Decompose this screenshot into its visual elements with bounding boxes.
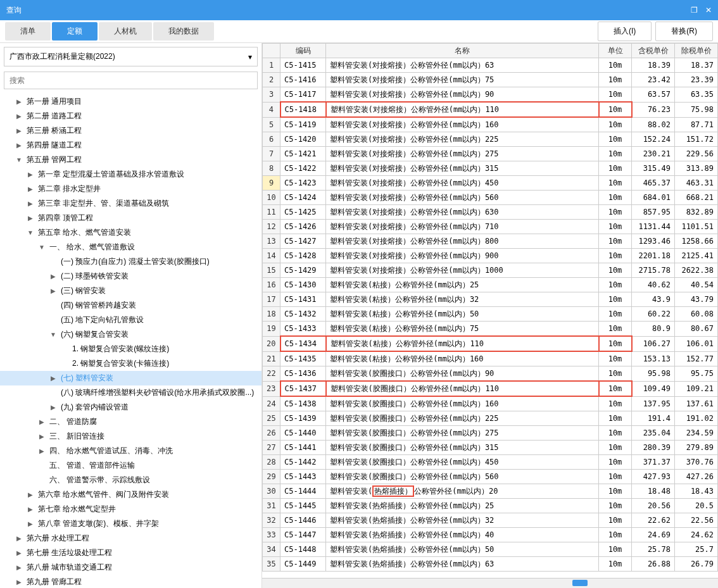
collapse-icon[interactable]: ▼ (38, 244, 46, 251)
tree-item[interactable]: ▶第三章 非定型井、管、渠道基础及砌筑 (0, 196, 261, 211)
expand-icon[interactable]: ▶ (38, 418, 46, 426)
table-row[interactable]: 13C5-1427塑料管安装(对接熔接）公称管外径(mm以内）80010m129… (263, 234, 718, 249)
search-box[interactable] (4, 72, 258, 89)
tree-item[interactable]: ▼一、 给水、燃气管道敷设 (0, 240, 261, 254)
collapse-icon[interactable]: ▼ (27, 229, 34, 237)
expand-icon[interactable]: ▶ (15, 142, 23, 149)
table-row[interactable]: 25C5-1439塑料管安装(胶圈接口）公称管外径(mm以内）22510m191… (263, 411, 718, 426)
table-row[interactable]: 19C5-1433塑料管安装(粘接）公称管外径(mm以内）7510m80.980… (263, 322, 718, 337)
tab-2[interactable]: 人材机 (99, 22, 152, 41)
tree-item[interactable]: ▶第六章 给水燃气管件、阀门及附件安装 (0, 487, 261, 502)
collapse-icon[interactable]: ▼ (49, 331, 57, 339)
tree-item[interactable]: ▼(六) 钢塑复合管安装 (0, 327, 261, 342)
collapse-icon[interactable]: ▼ (15, 156, 23, 164)
expand-icon[interactable]: ▶ (49, 404, 57, 411)
table-row[interactable]: 1C5-1415塑料管安装(对接熔接）公称管外径(mm以内）6310m18.39… (263, 58, 718, 73)
table-row[interactable]: 8C5-1422塑料管安装(对接熔接）公称管外径(mm以内）31510m315.… (263, 161, 718, 176)
expand-icon[interactable]: ▶ (38, 433, 46, 441)
table-row[interactable]: 30C5-1444塑料管安装(热熔插接）公称管外径(mm以内）2010m18.4… (263, 484, 718, 499)
tree-item[interactable]: ▶第四章 顶管工程 (0, 211, 261, 225)
table-row[interactable]: 33C5-1447塑料管安装(热熔插接）公称管外径(mm以内）4010m24.6… (263, 528, 718, 542)
tree-item[interactable]: ▶第六册 水处理工程 (0, 531, 261, 546)
expand-icon[interactable]: ▶ (49, 273, 57, 280)
expand-icon[interactable]: ▶ (38, 447, 46, 455)
table-row[interactable]: 22C5-1436塑料管安装(胶圈接口）公称管外径(mm以内）9010m95.9… (263, 366, 718, 382)
tree-item[interactable]: ▶第九册 管廊工程 (0, 575, 261, 588)
table-row[interactable]: 23C5-1437塑料管安装(胶圈接口）公称管外径(mm以内）11010m109… (263, 381, 718, 396)
table-row[interactable]: 5C5-1419塑料管安装(对接熔接）公称管外径(mm以内）16010m88.0… (263, 117, 718, 132)
table-row[interactable]: 2C5-1416塑料管安装(对接熔接）公称管外径(mm以内）7510m23.42… (263, 73, 718, 87)
table-row[interactable]: 3C5-1417塑料管安装(对接熔接）公称管外径(mm以内）9010m63.57… (263, 87, 718, 103)
catalog-dropdown[interactable]: 广西市政工程消耗量定额(2022) ▾ (4, 47, 258, 66)
table-row[interactable]: 31C5-1445塑料管安装(热熔插接）公称管外径(mm以内）2510m20.5… (263, 499, 718, 513)
table-row[interactable]: 4C5-1418塑料管安装(对接熔接）公称管外径(mm以内）11010m76.2… (263, 102, 718, 117)
tree-item[interactable]: ▶第七章 给水燃气定型井 (0, 502, 261, 516)
expand-icon[interactable]: ▶ (27, 506, 34, 513)
expand-icon[interactable]: ▶ (27, 215, 34, 222)
table-row[interactable]: 15C5-1429塑料管安装(对接熔接）公称管外径(mm以内）100010m27… (263, 263, 718, 278)
tab-3[interactable]: 我的数据 (153, 22, 214, 41)
expand-icon[interactable]: ▶ (27, 185, 34, 193)
tree-item[interactable]: ▶第八册 城市轨道交通工程 (0, 560, 261, 575)
expand-icon[interactable]: ▶ (27, 171, 34, 178)
insert-button[interactable]: 插入(I) (598, 22, 652, 41)
scroll-thumb[interactable] (572, 580, 588, 586)
h-scrollbar[interactable] (262, 578, 718, 588)
tree-item[interactable]: 五、 管道、管道部件运输 (0, 458, 261, 473)
table-row[interactable]: 10C5-1424塑料管安装(对接熔接）公称管外径(mm以内）56010m684… (263, 191, 718, 205)
tree-item[interactable]: (八) 玻璃纤维增强塑料夹砂管铺设(给水用承插式双胶圈...) (0, 385, 261, 400)
expand-icon[interactable]: ▶ (15, 113, 23, 120)
table-row[interactable]: 35C5-1449塑料管安装(热熔插接）公称管外径(mm以内）6310m26.8… (263, 557, 718, 572)
table-row[interactable]: 34C5-1448塑料管安装(热熔插接）公称管外径(mm以内）5010m25.7… (263, 542, 718, 557)
expand-icon[interactable]: ▶ (49, 375, 57, 382)
expand-icon[interactable]: ▶ (15, 549, 23, 557)
table-row[interactable]: 16C5-1430塑料管安装(粘接）公称管外径(mm以内）2510m40.624… (263, 278, 718, 292)
expand-icon[interactable]: ▶ (15, 564, 23, 572)
expand-icon[interactable]: ▶ (27, 491, 34, 499)
tree-item[interactable]: ▶(九) 套管内铺设管道 (0, 400, 261, 415)
tree-item[interactable]: ▶第一册 通用项目 (0, 94, 261, 109)
tree-item[interactable]: ▼第五章 给水、燃气管道安装 (0, 225, 261, 240)
table-row[interactable]: 14C5-1428塑料管安装(对接熔接）公称管外径(mm以内）90010m220… (263, 249, 718, 263)
table-row[interactable]: 12C5-1426塑料管安装(对接熔接）公称管外径(mm以内）71010m113… (263, 220, 718, 234)
tree-item[interactable]: ▶第八章 管道支墩(架)、模板、井字架 (0, 516, 261, 531)
expand-icon[interactable]: ▶ (15, 579, 23, 586)
restore-icon[interactable]: ❐ (691, 6, 698, 15)
tree-item[interactable]: ▶第二册 道路工程 (0, 109, 261, 123)
tab-0[interactable]: 清单 (5, 22, 51, 41)
tree-item[interactable]: ▶第三册 桥涵工程 (0, 123, 261, 138)
table-row[interactable]: 17C5-1431塑料管安装(粘接）公称管外径(mm以内）3210m43.943… (263, 292, 718, 307)
tree-item[interactable]: ▶(二) 球墨铸铁管安装 (0, 269, 261, 284)
table-row[interactable]: 6C5-1420塑料管安装(对接熔接）公称管外径(mm以内）22510m152.… (263, 132, 718, 147)
tree-item[interactable]: ▶第七册 生活垃圾处理工程 (0, 546, 261, 560)
tree-item[interactable]: ▶三、 新旧管连接 (0, 429, 261, 444)
tree-item[interactable]: ▶(三) 钢管安装 (0, 284, 261, 298)
expand-icon[interactable]: ▶ (15, 98, 23, 106)
tree-item[interactable]: ▶四、 给水燃气管道试压、消毒、冲洗 (0, 444, 261, 458)
expand-icon[interactable]: ▶ (27, 520, 34, 528)
table-row[interactable]: 20C5-1434塑料管安装(粘接）公称管外径(mm以内）11010m106.2… (263, 336, 718, 351)
col-header[interactable]: 单位 (599, 44, 632, 58)
tree-item[interactable]: (五) 地下定向钻孔管敷设 (0, 313, 261, 327)
expand-icon[interactable]: ▶ (49, 287, 57, 295)
tree-item[interactable]: ▼第五册 管网工程 (0, 153, 261, 167)
replace-button[interactable]: 替换(R) (655, 22, 713, 41)
grid[interactable]: 编码名称单位含税单价除税单价 1C5-1415塑料管安装(对接熔接）公称管外径(… (262, 43, 718, 578)
expand-icon[interactable]: ▶ (27, 200, 34, 208)
close-icon[interactable]: ✕ (705, 6, 712, 15)
table-row[interactable]: 32C5-1446塑料管安装(热熔插接）公称管外径(mm以内）3210m22.6… (263, 513, 718, 528)
table-row[interactable]: 27C5-1441塑料管安装(胶圈接口）公称管外径(mm以内）31510m280… (263, 441, 718, 455)
col-header[interactable]: 含税单价 (632, 44, 675, 58)
table-row[interactable]: 9C5-1423塑料管安装(对接熔接）公称管外径(mm以内）45010m465.… (263, 176, 718, 191)
col-header[interactable]: 编码 (280, 44, 326, 58)
table-row[interactable]: 7C5-1421塑料管安装(对接熔接）公称管外径(mm以内）27510m230.… (263, 147, 718, 161)
table-row[interactable]: 24C5-1438塑料管安装(胶圈接口）公称管外径(mm以内）16010m137… (263, 396, 718, 411)
col-header[interactable]: 名称 (326, 44, 599, 58)
table-row[interactable]: 28C5-1442塑料管安装(胶圈接口）公称管外径(mm以内）45010m371… (263, 455, 718, 470)
tab-1[interactable]: 定额 (52, 22, 98, 41)
tree-item[interactable]: 2. 钢塑复合管安装(卡箍连接) (0, 356, 261, 371)
tree-item[interactable]: ▶(七) 塑料管安装 (0, 371, 261, 385)
tree-item[interactable]: ▶第二章 排水定型井 (0, 182, 261, 196)
tree-item[interactable]: ▶二、 管道防腐 (0, 415, 261, 429)
table-row[interactable]: 26C5-1440塑料管安装(胶圈接口）公称管外径(mm以内）27510m235… (263, 426, 718, 441)
